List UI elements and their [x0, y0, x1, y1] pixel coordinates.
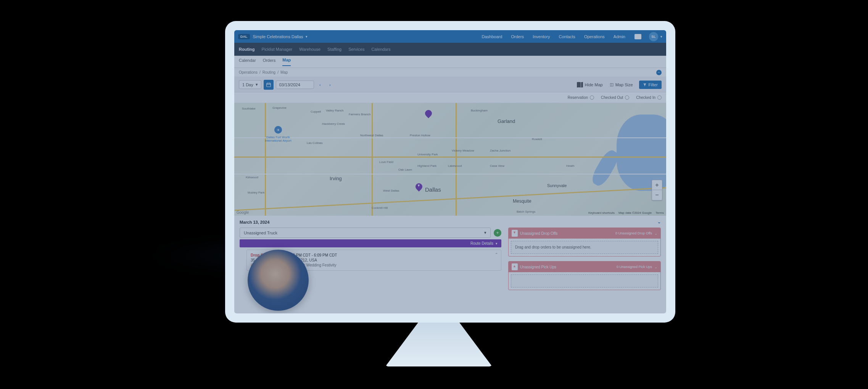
calendar-icon[interactable]: [264, 80, 274, 90]
collapse-stop-icon[interactable]: ⌃: [495, 252, 498, 257]
keyboard-shortcuts-link[interactable]: Keyboard shortcuts: [588, 211, 615, 215]
hide-map-toggle[interactable]: Hide Map: [577, 82, 603, 87]
subnav-picklist[interactable]: Picklist Manager: [262, 47, 293, 52]
nav-operations[interactable]: Operations: [584, 34, 605, 39]
map-attribution: Keyboard shortcuts Map data ©2024 Google…: [588, 211, 664, 215]
chevron-down-icon: ▾: [256, 82, 258, 87]
map-label-irving: Irving: [330, 176, 342, 181]
nav-contacts[interactable]: Contacts: [559, 34, 575, 39]
user-photo-overlay: [248, 250, 309, 311]
crumb-routing[interactable]: Routing: [262, 70, 275, 74]
nav-dashboard[interactable]: Dashboard: [482, 34, 502, 39]
top-bar: DAL Simple Celebrations Dallas ▾ Dashboa…: [234, 30, 666, 43]
subnav-warehouse[interactable]: Warehouse: [299, 47, 320, 52]
location-name[interactable]: Simple Celebrations Dallas: [253, 34, 303, 39]
truck-select[interactable]: Unassigned Truck ▾: [240, 228, 491, 238]
tab-bar: Calendar Orders Map: [234, 56, 666, 68]
zoom-control: + −: [652, 180, 662, 200]
zoom-out-button[interactable]: −: [652, 190, 662, 200]
map-label-mesquite: Mesquite: [513, 199, 531, 204]
collapse-icon[interactable]: −: [656, 70, 662, 75]
radio-icon: [657, 95, 662, 100]
location-badge[interactable]: DAL: [238, 34, 250, 39]
chevron-down-icon[interactable]: ⌄: [657, 220, 661, 224]
chevron-down-icon: ▾: [484, 230, 486, 235]
toolbar: 1 Day▾ ‹ › Hide Map ◫ Map Size Filter: [234, 77, 666, 92]
next-arrow-icon[interactable]: ›: [326, 80, 334, 90]
map-pin-dropoff[interactable]: [415, 183, 422, 192]
top-nav: Dashboard Orders Inventory Contacts Oper…: [478, 34, 629, 39]
google-logo: Google: [237, 210, 249, 215]
crumb-operations[interactable]: Operations: [239, 70, 258, 74]
monitor-frame: DAL Simple Celebrations Dallas ▾ Dashboa…: [225, 21, 675, 323]
panel-header-pickups[interactable]: Unassigned Pick Ups 0 Unassigned Pick Up…: [509, 261, 660, 272]
nav-inventory[interactable]: Inventory: [533, 34, 550, 39]
nav-orders[interactable]: Orders: [511, 34, 524, 39]
unassigned-dropoffs-panel: Unassigned Drop Offs 0 Unassigned Drop O…: [508, 228, 661, 257]
add-truck-button[interactable]: +: [494, 229, 501, 237]
resize-icon: ◫: [610, 82, 614, 87]
truck-label: Unassigned Truck: [244, 231, 277, 235]
map-size-toggle[interactable]: ◫ Map Size: [610, 82, 633, 87]
subnav-staffing[interactable]: Staffing: [327, 47, 341, 52]
svg-rect-0: [267, 83, 271, 86]
chevron-down-icon[interactable]: ▾: [306, 35, 308, 39]
tab-calendar[interactable]: Calendar: [239, 58, 256, 66]
app-screen: DAL Simple Celebrations Dallas ▾ Dashboa…: [234, 30, 666, 313]
breadcrumb: Operations/ Routing/ Map −: [234, 68, 666, 77]
pickup-count: 0 Unassigned Pick Ups: [617, 265, 652, 269]
status-checked-in[interactable]: Checked In: [636, 95, 662, 100]
subnav-services[interactable]: Services: [348, 47, 364, 52]
sub-nav: Routing Picklist Manager Warehouse Staff…: [234, 43, 666, 56]
chevron-down-icon[interactable]: ⌄: [654, 231, 657, 236]
inbox-icon[interactable]: [634, 34, 641, 39]
dropoff-icon: [512, 230, 518, 237]
chevron-down-icon[interactable]: ▾: [660, 35, 662, 39]
radio-icon: [590, 95, 594, 100]
status-legend: Reservation Checked Out Checked In: [234, 92, 666, 103]
filter-icon: [643, 83, 647, 87]
map-canvas[interactable]: Dallas Irving Garland Mesquite Sunnyvale…: [234, 103, 666, 216]
terms-link[interactable]: Terms: [655, 211, 664, 215]
panel-header-dropoffs[interactable]: Unassigned Drop Offs 0 Unassigned Drop O…: [509, 228, 660, 239]
chevron-down-icon[interactable]: ⌄: [654, 265, 657, 269]
subnav-calendars[interactable]: Calendars: [371, 47, 390, 52]
date-header: March 13, 2024 ⌄: [240, 220, 661, 224]
zoom-in-button[interactable]: +: [652, 180, 662, 190]
route-details-bar[interactable]: Route Details ▾: [240, 239, 501, 247]
nav-admin[interactable]: Admin: [614, 34, 625, 39]
dropoff-drop-zone[interactable]: Drag and drop orders to be unassigned he…: [511, 241, 658, 254]
radio-icon: [625, 95, 629, 100]
status-reservation[interactable]: Reservation: [568, 95, 594, 100]
map-label-dallas: Dallas: [425, 186, 441, 193]
chevron-down-icon: ▾: [496, 242, 498, 245]
unassigned-pickups-panel: Unassigned Pick Ups 0 Unassigned Pick Up…: [508, 261, 661, 290]
map-label-sunnyvale: Sunnyvale: [547, 183, 567, 188]
status-checked-out[interactable]: Checked Out: [601, 95, 629, 100]
map-pin[interactable]: [425, 110, 432, 119]
date-input[interactable]: [276, 81, 314, 89]
map-label-garland: Garland: [498, 118, 515, 124]
crumb-map: Map: [280, 70, 288, 74]
range-select[interactable]: 1 Day▾: [239, 80, 261, 89]
pickup-drop-zone[interactable]: [511, 274, 658, 287]
dropoff-count: 0 Unassigned Drop Offs: [615, 231, 652, 235]
pickup-icon: [512, 263, 518, 270]
prev-arrow-icon[interactable]: ‹: [316, 80, 324, 90]
tab-orders[interactable]: Orders: [263, 58, 276, 66]
airport-icon: ✈: [274, 126, 282, 134]
map-icon: [577, 82, 583, 87]
tab-map[interactable]: Map: [282, 58, 291, 66]
subnav-routing[interactable]: Routing: [239, 47, 255, 52]
filter-button[interactable]: Filter: [639, 81, 662, 89]
map-data-label: Map data ©2024 Google: [618, 211, 652, 215]
user-avatar[interactable]: SL: [649, 32, 658, 41]
